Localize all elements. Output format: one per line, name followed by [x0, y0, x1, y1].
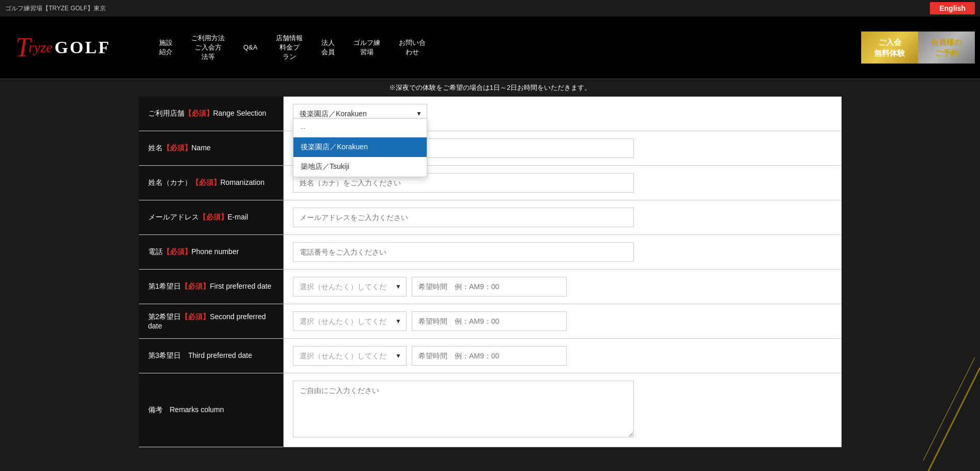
remarks-cell — [284, 373, 842, 447]
email-row: メールアドレス【必須】E-mail — [139, 200, 842, 235]
date3-cell: 選択（せんたく）してくだ ▼ — [284, 339, 842, 373]
range-cell: -- 後楽園店／Korakuen 築地店／Tsukiji ▼ -- 後楽園店／K… — [284, 97, 842, 131]
date1-select-wrapper: 選択（せんたく）してくだ ▼ — [293, 277, 407, 296]
date3-select-wrapper: 選択（せんたく）してくだ ▼ — [293, 346, 407, 366]
nav-items: 施設紹介 ご利用方法ご入会方法等 Q&A 店舗情報料金プラン 法人会員 ゴルフ練… — [150, 29, 861, 66]
date3-time-input[interactable] — [412, 346, 567, 366]
romanization-required: 【必須】 — [192, 178, 221, 186]
nav-buttons: ご入会無料体験 会員様のご予約 — [861, 32, 975, 64]
logo-area: T ryze GOLF — [0, 17, 145, 78]
email-cell — [284, 200, 842, 235]
phone-required: 【必須】 — [163, 247, 192, 256]
date1-time-input[interactable] — [412, 277, 567, 296]
remarks-row: 備考 Remarks column — [139, 373, 842, 447]
email-label: メールアドレス【必須】E-mail — [139, 200, 284, 235]
nav-qa[interactable]: Q&A — [234, 39, 267, 56]
top-bar: ゴルフ練習場【TRYZE GOLF】東京 English — [0, 0, 980, 17]
date2-required: 【必須】 — [181, 312, 210, 321]
date2-inputs: 選択（せんたく）してくだ ▼ — [293, 311, 832, 331]
nav-facilities[interactable]: 施設紹介 — [150, 34, 182, 61]
range-dropdown-overlay: -- 後楽園店／Korakuen 築地店／Tsukiji — [293, 118, 427, 177]
romanization-row: 姓名（カナ）【必須】Romanization — [139, 166, 842, 200]
notice-bar: ※深夜での体験をご希望の場合は1日～2日お時間をいただきます。 — [0, 78, 980, 97]
nav-storeinfo[interactable]: 店舗情報料金プラン — [267, 29, 312, 66]
date1-label: 第1希望日【必須】First preferred date — [139, 270, 284, 304]
nav-area: 施設紹介 ご利用方法ご入会方法等 Q&A 店舗情報料金プラン 法人会員 ゴルフ練… — [145, 17, 980, 78]
dropdown-option-tsukiji[interactable]: 築地店／Tsukiji — [293, 157, 427, 177]
date2-label: 第2希望日【必須】Second preferred date — [139, 304, 284, 339]
date2-cell: 選択（せんたく）してくだ ▼ — [284, 304, 842, 339]
date1-required: 【必須】 — [181, 282, 210, 290]
date1-inputs: 選択（せんたく）してくだ ▼ — [293, 277, 832, 296]
remarks-textarea[interactable] — [293, 381, 634, 437]
nav-golf[interactable]: ゴルフ練習場 — [344, 34, 390, 61]
form-container: ご利用店舗【必須】Range Selection -- 後楽園店／Korakue… — [129, 97, 852, 463]
nav-corporate[interactable]: 法人会員 — [312, 34, 344, 61]
site-title: ゴルフ練習場【TRYZE GOLF】東京 — [5, 4, 106, 13]
date1-select[interactable]: 選択（せんたく）してくだ — [293, 277, 407, 296]
name-row: 姓名【必須】Name — [139, 131, 842, 166]
email-required: 【必須】 — [199, 213, 228, 221]
range-required: 【必須】 — [184, 109, 213, 117]
date2-time-input[interactable] — [412, 311, 567, 331]
date2-row: 第2希望日【必須】Second preferred date 選択（せんたく）し… — [139, 304, 842, 339]
name-required: 【必須】 — [163, 144, 192, 152]
date3-select[interactable]: 選択（せんたく）してくだ — [293, 346, 407, 366]
date1-cell: 選択（せんたく）してくだ ▼ — [284, 270, 842, 304]
date1-row: 第1希望日【必須】First preferred date 選択（せんたく）して… — [139, 270, 842, 304]
svg-line-0 — [928, 368, 980, 463]
svg-line-1 — [923, 357, 975, 461]
romanization-label: 姓名（カナ）【必須】Romanization — [139, 166, 284, 200]
nav-usage[interactable]: ご利用方法ご入会方法等 — [182, 29, 234, 66]
date2-select-wrapper: 選択（せんたく）してくだ ▼ — [293, 311, 407, 331]
phone-label: 電話【必須】Phone number — [139, 235, 284, 270]
dropdown-option-korakuen[interactable]: 後楽園店／Korakuen — [293, 137, 427, 157]
english-button[interactable]: English — [930, 2, 975, 14]
name-label: 姓名【必須】Name — [139, 131, 284, 166]
date3-inputs: 選択（せんたく）してくだ ▼ — [293, 346, 832, 366]
header: T ryze GOLF 施設紹介 ご利用方法ご入会方法等 Q&A 店舗情報料金プ… — [0, 17, 980, 78]
date2-select[interactable]: 選択（せんたく）してくだ — [293, 311, 407, 331]
nav-contact[interactable]: お問い合わせ — [390, 34, 435, 61]
range-row: ご利用店舗【必須】Range Selection -- 後楽園店／Korakue… — [139, 97, 842, 131]
dropdown-option-placeholder[interactable]: -- — [293, 119, 427, 137]
email-input[interactable] — [293, 208, 634, 227]
registration-form: ご利用店舗【必須】Range Selection -- 後楽園店／Korakue… — [139, 97, 842, 447]
member-btn[interactable]: 会員様のご予約 — [918, 32, 975, 64]
remarks-label: 備考 Remarks column — [139, 373, 284, 447]
notice-text: ※深夜での体験をご希望の場合は1日～2日お時間をいただきます。 — [389, 84, 591, 91]
decorative-lines — [918, 316, 980, 463]
date3-row: 第3希望日 Third preferred date 選択（せんたく）してくだ … — [139, 339, 842, 373]
date3-label: 第3希望日 Third preferred date — [139, 339, 284, 373]
range-label: ご利用店舗【必須】Range Selection — [139, 97, 284, 131]
phone-cell — [284, 235, 842, 270]
phone-row: 電話【必須】Phone number — [139, 235, 842, 270]
phone-input[interactable] — [293, 242, 634, 262]
logo-golf: GOLF — [55, 38, 111, 57]
join-btn[interactable]: ご入会無料体験 — [861, 32, 918, 64]
